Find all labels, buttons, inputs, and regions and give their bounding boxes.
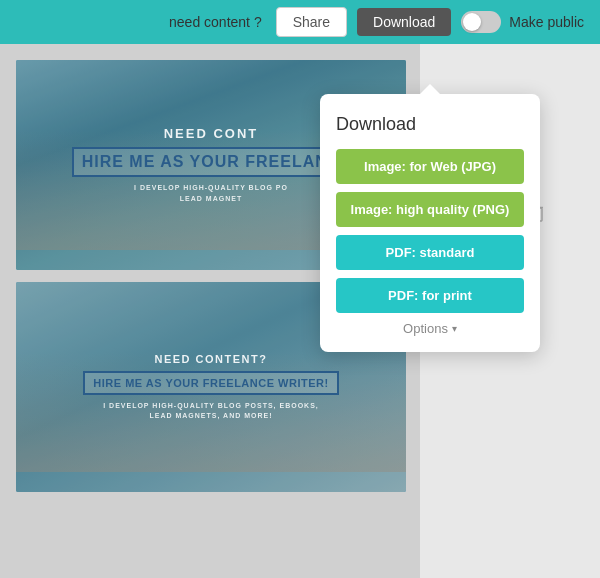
slide-1-sub-text2: LEAD MAGNET <box>72 194 351 205</box>
download-dropdown: Download Image: for Web (JPG) Image: hig… <box>320 94 540 352</box>
options-link[interactable]: Options ▾ <box>336 321 524 336</box>
slide-2-sub-text: I DEVELOP HIGH-QUALITY BLOG POSTS, EBOOK… <box>83 401 338 422</box>
download-png-button[interactable]: Image: high quality (PNG) <box>336 192 524 227</box>
download-dropdown-title: Download <box>336 114 524 135</box>
make-public-toggle[interactable] <box>461 11 501 33</box>
chevron-down-icon: ▾ <box>452 323 457 334</box>
toolbar: need content ? Share Download Make publi… <box>0 0 600 44</box>
download-button[interactable]: Download <box>357 8 451 36</box>
slide-2-text: NEED CONTENT? HIRE ME AS YOUR FREELANCE … <box>83 353 338 422</box>
main-content: NEED CONT HIRE ME AS YOUR FREELANC I DEV… <box>0 44 600 578</box>
slide-1-hire-me: HIRE ME AS YOUR FREELANC <box>72 147 351 177</box>
slide-1-text: NEED CONT HIRE ME AS YOUR FREELANC I DEV… <box>72 126 351 204</box>
download-jpg-button[interactable]: Image: for Web (JPG) <box>336 149 524 184</box>
options-label: Options <box>403 321 448 336</box>
share-button[interactable]: Share <box>276 7 347 37</box>
slide-1-sub-text1: I DEVELOP HIGH-QUALITY BLOG PO <box>72 183 351 194</box>
need-content-label: need content ? <box>169 14 262 30</box>
download-pdf-print-button[interactable]: PDF: for print <box>336 278 524 313</box>
make-public-toggle-container: Make public <box>461 11 584 33</box>
dropdown-arrow <box>420 84 440 94</box>
slide-2-hire-me: HIRE ME AS YOUR FREELANCE WRITER! <box>83 371 338 395</box>
download-pdf-standard-button[interactable]: PDF: standard <box>336 235 524 270</box>
slide-2-need-content: NEED CONTENT? <box>83 353 338 365</box>
toggle-knob <box>463 13 481 31</box>
make-public-label: Make public <box>509 14 584 30</box>
slide-1-need-content: NEED CONT <box>72 126 351 141</box>
